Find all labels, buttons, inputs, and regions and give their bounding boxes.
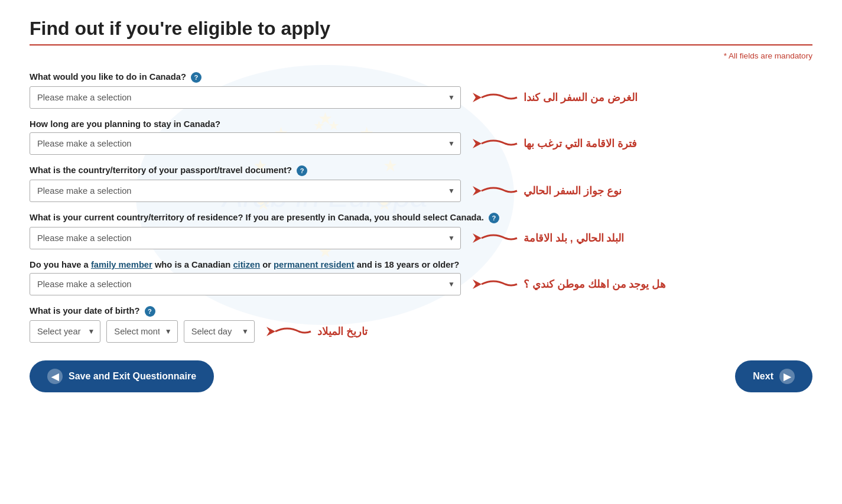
page-container: ★ ★ ★ ★ ★ ★ ★ ★ ★ ★ ★ ★ Arab in Europa F…: [0, 0, 842, 504]
svg-marker-18: [473, 279, 482, 289]
next-icon: ▶: [779, 369, 795, 384]
q4-annotation: البلد الحالي , بلد الاقامة: [473, 230, 624, 246]
save-exit-button[interactable]: ◀ Save and Exit Questionnaire: [30, 360, 214, 392]
dob-month-select[interactable]: Select month: [106, 320, 177, 343]
q1-label: What would you like to do in Canada? ?: [30, 72, 812, 83]
q2-label: How long are you planning to stay in Can…: [30, 119, 812, 129]
q5-arabic-label: هل يوجد من اهلك موطن كندي ؟: [524, 278, 666, 291]
q1-arrow-red: [473, 89, 520, 106]
page-title: Find out if you're eligible to apply: [30, 18, 812, 40]
q5-arrow-red: [473, 276, 520, 292]
q4-arabic-label: البلد الحالي , بلد الاقامة: [524, 232, 624, 245]
dob-annotation: تاريخ الميلاد: [266, 323, 368, 340]
next-label: Next: [753, 371, 773, 382]
q3-arrow-red: [473, 183, 520, 199]
dob-row: Select year ▼ Select month ▼ Select day: [30, 320, 812, 343]
dob-section: What is your date of birth? ? Select yea…: [30, 306, 812, 343]
question-1: What would you like to do in Canada? ? P…: [30, 72, 812, 109]
q3-help-icon[interactable]: ?: [297, 165, 307, 176]
mandatory-note: * All fields are mandatory: [30, 51, 812, 60]
q5-row: Please make a selection ▼ هل يوجد من اهل…: [30, 273, 812, 295]
q5-select-wrapper: Please make a selection ▼: [30, 273, 461, 295]
q5-link-family-member[interactable]: family member: [91, 260, 152, 269]
q2-arabic-label: فترة الاقامة التي ترغب بها: [524, 138, 637, 150]
q1-select-wrapper: Please make a selection ▼: [30, 86, 461, 109]
save-exit-icon: ◀: [47, 369, 63, 384]
question-2: How long are you planning to stay in Can…: [30, 119, 812, 155]
dob-year-wrapper: Select year ▼: [30, 320, 100, 343]
svg-marker-17: [473, 233, 482, 243]
dob-month-wrapper: Select month ▼: [106, 320, 177, 343]
button-row: ◀ Save and Exit Questionnaire Next ▶: [30, 360, 812, 392]
save-exit-label: Save and Exit Questionnaire: [69, 371, 196, 382]
q5-label-before: Do you have a: [30, 260, 91, 269]
q4-select-wrapper: Please make a selection ▼: [30, 227, 461, 249]
q3-arabic-label: نوع جواز السفر الحالي: [524, 185, 622, 197]
question-3: What is the country/territory of your pa…: [30, 165, 812, 202]
q4-help-icon[interactable]: ?: [489, 213, 499, 223]
q2-row: Please make a selection ▼ فترة الاقامة ا…: [30, 132, 812, 155]
dob-label: What is your date of birth? ?: [30, 306, 812, 317]
q5-label-middle2: or: [260, 260, 274, 269]
dob-year-select[interactable]: Select year: [30, 320, 100, 343]
q5-label-after: and is 18 years or older?: [355, 260, 460, 269]
title-divider: [30, 44, 812, 45]
q3-select-wrapper: Please make a selection ▼: [30, 180, 461, 202]
q4-row: Please make a selection ▼ البلد الحالي ,…: [30, 227, 812, 249]
q3-annotation: نوع جواز السفر الحالي: [473, 183, 622, 199]
svg-marker-16: [473, 186, 482, 196]
q1-select[interactable]: Please make a selection: [30, 86, 461, 109]
dob-arrow-red: [266, 323, 314, 340]
question-5: Do you have a family member who is a Can…: [30, 260, 812, 295]
q1-annotation: الغرض من السفر الى كندا: [473, 89, 638, 106]
q3-row: Please make a selection ▼ نوع جواز السفر…: [30, 180, 812, 202]
q2-annotation: فترة الاقامة التي ترغب بها: [473, 135, 637, 152]
main-content: Find out if you're eligible to apply * A…: [30, 18, 812, 392]
q5-select[interactable]: Please make a selection: [30, 273, 461, 295]
q5-link-permanent-resident[interactable]: permanent resident: [274, 260, 355, 269]
dob-help-icon[interactable]: ?: [145, 306, 155, 317]
q5-label: Do you have a family member who is a Can…: [30, 260, 812, 269]
svg-marker-15: [473, 139, 482, 148]
svg-marker-14: [473, 93, 482, 102]
dob-selects: Select year ▼ Select month ▼ Select day: [30, 320, 255, 343]
next-button[interactable]: Next ▶: [735, 360, 812, 392]
q2-arrow-red: [473, 135, 520, 152]
q1-help-icon[interactable]: ?: [191, 72, 201, 83]
dob-day-wrapper: Select day ▼: [184, 320, 255, 343]
dob-arabic-label: تاريخ الميلاد: [317, 326, 368, 338]
svg-marker-19: [266, 327, 275, 336]
q4-label: What is your current country/territory o…: [30, 213, 812, 223]
question-4: What is your current country/territory o…: [30, 213, 812, 249]
dob-day-select[interactable]: Select day: [184, 320, 255, 343]
q1-row: Please make a selection ▼ الغرض من السفر…: [30, 86, 812, 109]
q4-select[interactable]: Please make a selection: [30, 227, 461, 249]
q1-arabic-label: الغرض من السفر الى كندا: [524, 92, 638, 104]
q2-select-wrapper: Please make a selection ▼: [30, 132, 461, 155]
q4-arrow-red: [473, 230, 520, 246]
q3-select[interactable]: Please make a selection: [30, 180, 461, 202]
q5-link-citizen[interactable]: citizen: [233, 260, 260, 269]
q2-select[interactable]: Please make a selection: [30, 132, 461, 155]
q5-annotation: هل يوجد من اهلك موطن كندي ؟: [473, 276, 666, 292]
q3-label: What is the country/territory of your pa…: [30, 165, 812, 176]
q5-label-middle: who is a Canadian: [152, 260, 233, 269]
